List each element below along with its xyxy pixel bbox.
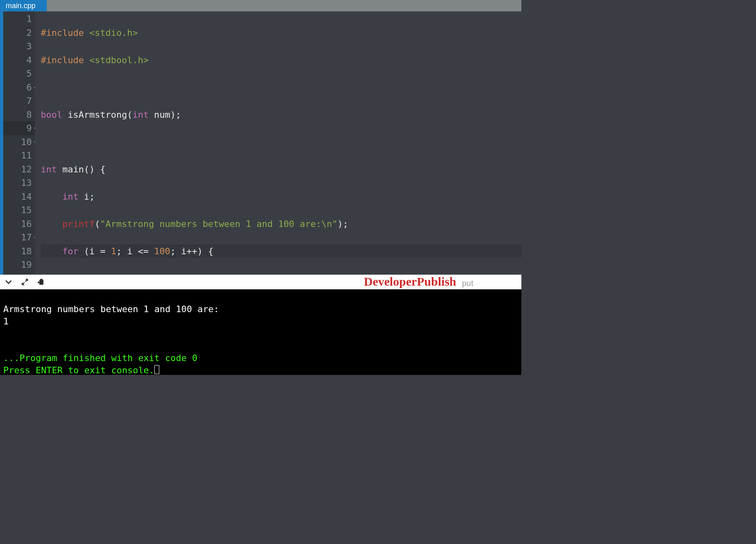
line-number: 8 <box>3 108 35 122</box>
code-area[interactable]: #include <stdio.h> #include <stdbool.h> … <box>35 11 521 275</box>
fold-icon[interactable]: ▾ <box>33 126 36 131</box>
code-token: ; i <= <box>116 246 154 256</box>
code-token: num); <box>149 110 181 120</box>
line-number: 2 <box>3 26 35 40</box>
fold-strip <box>0 11 3 275</box>
tab-label: main.cpp <box>6 2 35 10</box>
line-number: 9▾ <box>3 121 35 135</box>
line-number: 3 <box>3 40 35 53</box>
console-toolbar: DeveloperPublish put <box>0 275 521 289</box>
code-token: ; i++) { <box>170 246 213 256</box>
line-number: 15 <box>3 203 35 217</box>
copy-clipboard-icon[interactable] <box>37 278 45 286</box>
code-token: <stdio.h> <box>89 28 138 38</box>
put-label: put <box>462 279 473 288</box>
line-number: 16 <box>3 217 35 231</box>
code-token <box>41 219 62 229</box>
svg-rect-1 <box>40 279 43 280</box>
fold-icon[interactable]: ▾ <box>33 235 36 240</box>
fold-icon[interactable]: ▾ <box>33 85 36 90</box>
code-token: int <box>62 192 79 202</box>
tab-main-cpp[interactable]: main.cpp <box>0 0 47 11</box>
code-token: for <box>62 246 79 256</box>
line-number: 6▾ <box>3 81 35 95</box>
code-token: #include <box>41 28 89 38</box>
line-number: 11 <box>3 149 35 163</box>
line-gutter: 123456▾789▾10▾11121314151617▾1819 <box>3 11 35 275</box>
expand-icon[interactable] <box>21 278 29 286</box>
fold-icon[interactable]: ▾ <box>33 139 36 145</box>
console-line: 1 <box>3 316 9 326</box>
console-line: Press ENTER to exit console. <box>3 365 154 375</box>
code-token: ); <box>338 219 349 229</box>
code-token: int <box>41 164 57 174</box>
line-number: 1 <box>3 12 35 26</box>
console-line: Armstrong numbers between 1 and 100 are: <box>3 304 219 314</box>
code-token: ( <box>94 219 100 229</box>
cursor-icon <box>154 365 159 374</box>
svg-rect-0 <box>40 280 44 284</box>
code-token: isArmstrong( <box>62 110 132 120</box>
line-number: 19 <box>3 258 35 272</box>
code-editor[interactable]: 123456▾789▾10▾11121314151617▾1819 #inclu… <box>0 11 521 275</box>
code-token <box>41 246 62 256</box>
line-number: 4 <box>3 53 35 67</box>
line-number: 10▾ <box>3 135 35 149</box>
code-token: <stdbool.h> <box>89 55 149 65</box>
collapse-icon[interactable] <box>5 278 12 286</box>
line-number: 18 <box>3 244 35 258</box>
code-token: (i = <box>79 246 111 256</box>
code-token: int <box>132 110 149 120</box>
code-line <box>41 81 521 95</box>
watermark: DeveloperPublish <box>364 275 456 289</box>
code-token: "Armstrong numbers between 1 and 100 are… <box>100 219 338 229</box>
code-token: #include <box>41 55 89 65</box>
code-token: bool <box>41 110 62 120</box>
line-number: 13 <box>3 176 35 190</box>
code-token: i; <box>79 192 95 202</box>
console-line: ...Program finished with exit code 0 <box>3 353 198 363</box>
code-token <box>41 192 62 202</box>
tab-bar: main.cpp <box>0 0 521 11</box>
code-line <box>41 135 521 149</box>
line-number: 12 <box>3 163 35 176</box>
line-number: 7 <box>3 94 35 108</box>
code-token: 1 <box>111 246 116 256</box>
line-number: 14 <box>3 190 35 204</box>
code-token: 100 <box>154 246 170 256</box>
line-number: 5 <box>3 67 35 81</box>
console-output[interactable]: Armstrong numbers between 1 and 100 are:… <box>0 289 521 375</box>
code-token: printf <box>62 219 94 229</box>
line-number: 17▾ <box>3 231 35 244</box>
code-token: main() { <box>57 164 105 174</box>
